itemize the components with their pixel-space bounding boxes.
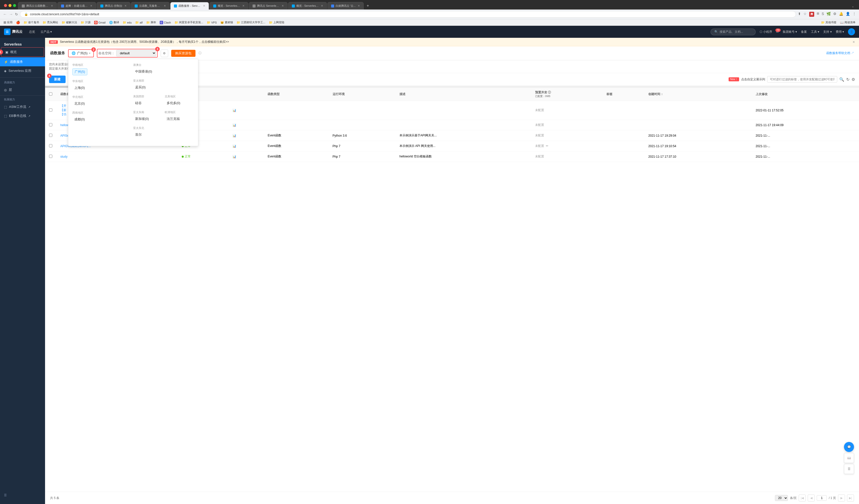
tab-6[interactable]: 概览 - Serverless... ✕ [210, 2, 248, 10]
ext-icon-5[interactable]: ⚙ [833, 12, 837, 17]
user-avatar[interactable]: 👤 [848, 28, 855, 35]
bookmark-login[interactable]: 📁 上网登陆 [267, 20, 286, 25]
page-number-input[interactable] [817, 495, 827, 501]
tab-close-icon[interactable]: ✕ [282, 4, 284, 7]
docs-btn[interactable]: 📖 [844, 453, 854, 463]
bookmark-clash[interactable]: C Clash [158, 20, 172, 25]
list-btn[interactable]: ☰ [844, 464, 854, 474]
message-btn[interactable]: ✉ 73 [776, 30, 779, 33]
tab-close-icon[interactable]: ✕ [90, 4, 92, 7]
bookmark-bald[interactable]: 📁 秃头网站 [41, 20, 60, 25]
sidebar-item-layer[interactable]: ◎ 层 [0, 85, 45, 94]
fullscreen-btn[interactable] [13, 4, 16, 7]
region-option-mumbai[interactable]: 孟买(0) [133, 84, 194, 91]
row-5-name[interactable]: study [56, 151, 178, 162]
sidebar-item-serverless-apps[interactable]: ◈ Serverless 应用 [0, 66, 45, 75]
row-4-edit-icon[interactable]: ✏ [546, 144, 548, 148]
row-1-checkbox[interactable] [49, 108, 52, 112]
address-bar[interactable]: 🔒 console.cloud.tencent.com/scf/list?rid… [20, 11, 796, 17]
region-option-shanghai[interactable]: 上海(0) [72, 85, 133, 91]
bookmark-gmail[interactable]: G Gmail [93, 20, 107, 25]
bookmark-read[interactable]: 📖 阅读清单 [839, 20, 857, 25]
tab-9[interactable]: 白姬腾讯云 '云... ✕ [327, 2, 364, 10]
bookmark-translate[interactable]: 🌐 翻译 [108, 20, 121, 25]
sidebar-item-functions[interactable]: ⚡ 函数服务 [0, 57, 45, 66]
row-2-checkbox[interactable] [49, 123, 52, 126]
ext-icon-2[interactable]: ⊞ [817, 12, 819, 17]
table-search-input[interactable] [767, 76, 837, 82]
bookmark-apple[interactable]: 🍎 [15, 20, 21, 25]
tab-close-icon[interactable]: ✕ [51, 4, 53, 7]
support-btn[interactable]: 支持 ▾ [823, 30, 831, 34]
header-search-box[interactable]: 🔍 搜索产品、文档... [711, 29, 756, 35]
row-1-name-link[interactable]: 【开 [60, 104, 66, 108]
info-icon[interactable]: ⓘ [198, 51, 201, 55]
bookmark-apps[interactable]: ⊞ 应用 [2, 20, 14, 25]
namespace-select[interactable]: default [116, 50, 156, 57]
forward-button[interactable]: → [9, 12, 13, 16]
bookmark-script[interactable]: 📁 脚本 [145, 20, 158, 25]
account-btn[interactable]: 集团账号 ▾ [783, 30, 797, 34]
tab-8[interactable]: 概览 - Serverless... ✕ [288, 2, 327, 10]
tab-close-icon[interactable]: ✕ [242, 4, 244, 7]
mini-program-btn[interactable]: ⬡ 小程序 [759, 30, 772, 34]
bookmark-ghost[interactable]: 📁 读个鬼书 [22, 20, 41, 25]
create-button[interactable]: 新建 [49, 76, 65, 83]
region-option-toronto[interactable]: 多伦多(0) [165, 100, 194, 106]
row-2-monitor[interactable]: 📊 [228, 120, 264, 131]
bookmark-school[interactable]: 📁 江西财经大学学工... [235, 20, 267, 25]
bookmark-juice[interactable]: 📁 汁源 [79, 20, 92, 25]
help-link[interactable]: 函数服务帮助文档 ↗ [826, 51, 854, 55]
settings-icon[interactable]: ⚙ [852, 77, 855, 82]
region-option-singapore[interactable]: 新加坡(0) [133, 116, 163, 122]
region-option-guangzhou[interactable]: 广州(5) [72, 68, 87, 75]
buy-resources-button[interactable]: 购买资源包 [171, 50, 195, 57]
region-option-frankfurt[interactable]: 法兰克福 [165, 116, 194, 122]
tab-7[interactable]: 腾讯云 Serverless... ✕ [249, 2, 288, 10]
close-btn[interactable] [4, 4, 7, 7]
page-size-select[interactable]: 20 [775, 495, 788, 501]
new-tab-button[interactable]: + [364, 2, 372, 10]
region-option-seoul[interactable]: 首尔 [133, 132, 194, 138]
bookmark-android[interactable]: 📁 闲置安卓手机安装... [173, 20, 205, 25]
refresh-icon[interactable]: ↻ [846, 77, 849, 82]
ext-icon-7[interactable]: 👤 [846, 12, 850, 17]
custom-column-label[interactable]: 点击自定义展示列 [741, 77, 765, 81]
first-page-btn[interactable]: |◀ [799, 494, 806, 502]
minimize-btn[interactable] [9, 4, 12, 7]
customer-service-btn[interactable]: 💬 [844, 442, 854, 452]
header-nav-overview[interactable]: 总览 [27, 28, 37, 35]
ext-icon-3[interactable]: S [822, 12, 824, 17]
back-button[interactable]: ← [3, 12, 7, 16]
ext-icon-6[interactable]: 🔔 [839, 12, 843, 17]
tab-5[interactable]: 函数服务 - Server... ✕ [170, 2, 209, 10]
sidebar-item-asw[interactable]: ⬚ ASW工作流 ↗ [0, 102, 45, 111]
fee-btn[interactable]: 费用 ▾ [836, 30, 844, 34]
sidebar-collapse-icon[interactable]: ☰ [4, 493, 7, 497]
bookmark-edu[interactable]: 📁 edu [121, 20, 133, 25]
bookmark-alf[interactable]: 📁 alf [134, 20, 144, 25]
row-3-monitor[interactable]: 📊 [228, 131, 264, 141]
next-page-btn[interactable]: ▶ [838, 494, 845, 502]
tab-4[interactable]: 云函数_无服务器... ✕ [131, 2, 170, 10]
row-monitor[interactable]: 📊 [228, 101, 264, 120]
header-nav-products[interactable]: 云产品 ▾ [38, 28, 54, 35]
tab-close-icon[interactable]: ✕ [203, 4, 205, 7]
share-icon[interactable]: ⬆ [798, 12, 801, 17]
tab-list-btn[interactable]: ⌄ [849, 3, 857, 10]
region-option-beijing[interactable]: 北京(0) [72, 100, 133, 107]
tab-close-icon[interactable]: ✕ [124, 4, 127, 7]
tool-btn[interactable]: 工具 ▾ [811, 30, 819, 34]
extension-icon[interactable]: 腾 [809, 12, 814, 17]
ext-icon-4[interactable]: 🌿 [827, 12, 831, 17]
region-option-chengdu[interactable]: 成都(0) [72, 116, 133, 123]
select-all-checkbox[interactable] [49, 92, 52, 96]
tab-2[interactable]: 超爽：自建云函数... ✕ [57, 2, 96, 10]
row-5-checkbox[interactable] [49, 155, 52, 158]
menu-icon[interactable]: ⋮ [853, 12, 856, 17]
region-selector-btn[interactable]: 🌐 广州(5) ▾ [68, 49, 94, 57]
tab-close-icon[interactable]: ✕ [358, 4, 360, 7]
last-page-btn[interactable]: ▶| [847, 494, 854, 502]
tab-1[interactable]: 腾讯云云函数数前... ✕ [18, 2, 57, 10]
row-5-monitor[interactable]: 📊 [228, 151, 264, 162]
